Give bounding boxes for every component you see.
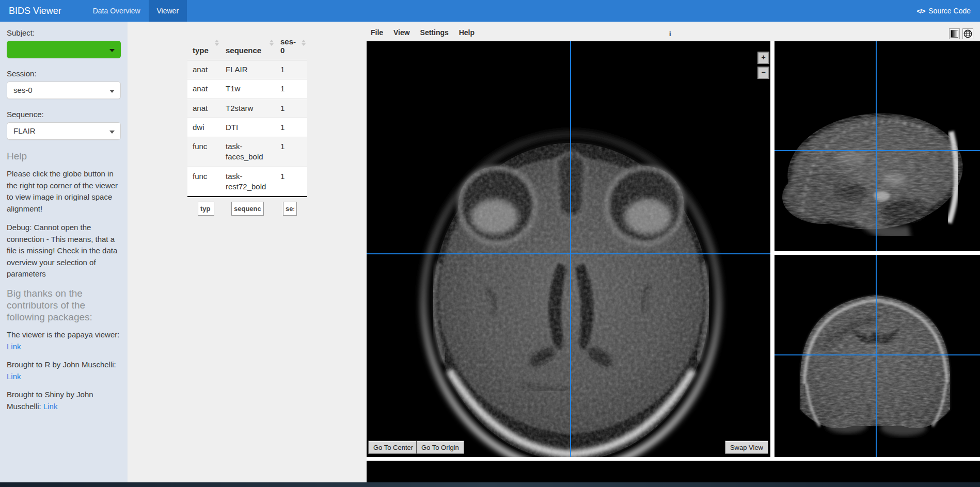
session-select[interactable]: ses-0: [7, 82, 121, 99]
credit-r: Brought to R by John Muschelli: Link: [7, 359, 121, 382]
sort-icons: [270, 40, 274, 46]
table-cell: func: [187, 167, 220, 197]
credit-papaya: The viewer is the papaya viewer: Link: [7, 329, 121, 352]
grayscale-gradient-icon: [951, 30, 958, 38]
axial-brain-slice: [367, 41, 770, 457]
table-row[interactable]: dwi DTI 1: [187, 118, 307, 137]
credit-papaya-text: The viewer is the papaya viewer:: [7, 330, 119, 339]
chevron-down-icon: [109, 131, 115, 134]
menu-settings[interactable]: Settings: [420, 28, 449, 37]
menu-help[interactable]: Help: [459, 28, 475, 37]
sagittal-view-canvas[interactable]: [774, 41, 980, 251]
table-cell: 1: [275, 167, 307, 197]
table-cell: anat: [187, 60, 220, 79]
crosshair-horizontal: [367, 253, 770, 254]
navbar: BIDS Viewer Data Overview Viewer </> Sou…: [0, 0, 980, 22]
table-cell: 1: [275, 99, 307, 118]
go-to-center-button[interactable]: Go To Center: [368, 441, 418, 454]
menu-file[interactable]: File: [371, 28, 383, 37]
table-cell: T2starw: [220, 99, 275, 118]
table-cell: 1: [275, 137, 307, 167]
column-header-sequence-label: sequence: [226, 46, 261, 55]
table-cell: DTI: [220, 118, 275, 137]
table-cell: dwi: [187, 118, 220, 137]
table-row[interactable]: func task-faces_bold 1: [187, 137, 307, 167]
sort-icons: [215, 40, 219, 46]
zoom-in-button[interactable]: +: [757, 52, 769, 64]
go-to-origin-button[interactable]: Go To Origin: [416, 441, 464, 454]
help-heading: Help: [7, 151, 121, 162]
viewer-bottom-strip: [367, 461, 980, 482]
help-paragraph-globe: Please click the globe button in the rig…: [7, 168, 121, 215]
viewer-canvas-area: + − Go To Center Go To Origin Swap View: [367, 41, 980, 482]
globe-icon: [963, 29, 972, 38]
sidebar: Subject: Session: ses-0 Sequence: FLAIR …: [0, 22, 128, 482]
credit-papaya-link[interactable]: Link: [7, 342, 21, 351]
tab-data-overview[interactable]: Data Overview: [85, 0, 149, 22]
zoom-out-button[interactable]: −: [757, 67, 769, 79]
session-label: Session:: [7, 69, 121, 78]
table-cell: 1: [275, 60, 307, 79]
credit-r-link[interactable]: Link: [7, 372, 21, 381]
thanks-heading: Big thanks on the contributors of the fo…: [7, 287, 121, 323]
credit-shiny: Brought to Shiny by John Muschelli: Link: [7, 389, 121, 412]
sequence-label: Sequence:: [7, 110, 121, 119]
nav-tabs: Data Overview Viewer: [85, 0, 187, 22]
source-code-label: Source Code: [928, 7, 971, 15]
column-header-sequence[interactable]: sequence: [220, 33, 275, 60]
help-paragraph-debug: Debug: Cannot open the connection - This…: [7, 222, 121, 280]
sequence-value: FLAIR: [13, 126, 36, 135]
sequence-select[interactable]: FLAIR: [7, 122, 121, 140]
info-glyph: i: [669, 30, 671, 38]
sagittal-brain-slice: [774, 41, 980, 251]
sort-icons: [302, 40, 306, 46]
sequence-table-card: type sequence ses-0 anat FLAIR: [187, 33, 308, 218]
sequence-table: type sequence ses-0 anat FLAIR: [187, 33, 307, 197]
table-cell: 1: [275, 118, 307, 137]
menu-view[interactable]: View: [393, 28, 410, 37]
crosshair-vertical: [570, 41, 571, 457]
column-filter-row: [187, 201, 307, 218]
table-header-row: type sequence ses-0: [187, 33, 307, 60]
column-header-ses-0[interactable]: ses-0: [275, 33, 307, 60]
credit-r-text: Brought to R by John Muschelli:: [7, 360, 116, 369]
table-cell: task-rest72_bold: [220, 167, 275, 197]
code-icon: </>: [916, 7, 925, 15]
crosshair-horizontal: [774, 150, 980, 151]
filter-input-sequence[interactable]: [231, 202, 264, 216]
crosshair-vertical: [876, 255, 877, 457]
globe-button[interactable]: [962, 28, 973, 39]
coronal-brain-slice: [774, 255, 980, 457]
source-code-link[interactable]: </> Source Code: [916, 0, 980, 22]
column-header-type-label: type: [193, 46, 209, 55]
table-row[interactable]: func task-rest72_bold 1: [187, 167, 307, 197]
axial-view-canvas[interactable]: + − Go To Center Go To Origin Swap View: [367, 41, 770, 457]
table-row[interactable]: anat T1w 1: [187, 79, 307, 99]
table-cell: anat: [187, 79, 220, 99]
credit-shiny-link[interactable]: Link: [43, 402, 58, 411]
filter-input-ses[interactable]: [283, 202, 297, 216]
column-header-type[interactable]: type: [187, 33, 220, 60]
table-row[interactable]: anat FLAIR 1: [187, 60, 307, 79]
table-cell: 1: [275, 79, 307, 99]
table-cell: func: [187, 137, 220, 167]
subject-label: Subject:: [7, 28, 121, 37]
filter-input-type[interactable]: [198, 202, 214, 216]
viewer-toolbar-icons: [949, 28, 973, 39]
table-cell: anat: [187, 99, 220, 118]
footer-bar: [0, 482, 980, 487]
colormap-button[interactable]: [949, 28, 960, 39]
chevron-down-icon: [109, 49, 115, 52]
coronal-view-canvas[interactable]: [774, 255, 980, 457]
viewer-menu-bar: File View Settings Help i: [367, 28, 980, 41]
tab-viewer[interactable]: Viewer: [149, 0, 187, 22]
table-row[interactable]: anat T2starw 1: [187, 99, 307, 118]
papaya-viewer: File View Settings Help i: [367, 28, 980, 482]
chevron-down-icon: [109, 90, 115, 93]
table-cell: T1w: [220, 79, 275, 99]
crosshair-horizontal: [774, 354, 980, 355]
column-header-ses-0-label: ses-0: [280, 37, 296, 55]
swap-view-button[interactable]: Swap View: [725, 441, 768, 454]
main-content: type sequence ses-0 anat FLAIR: [128, 22, 980, 482]
subject-select[interactable]: [7, 41, 121, 58]
